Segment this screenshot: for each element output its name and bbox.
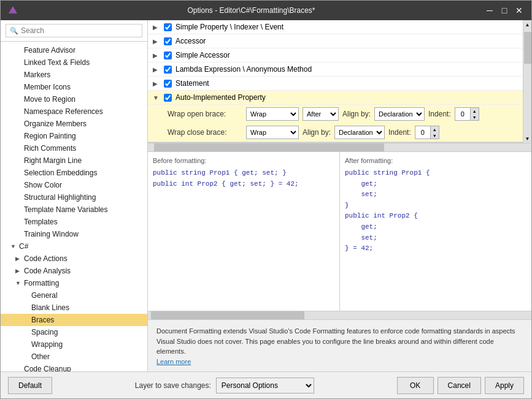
align-select[interactable]: Declaration — [374, 107, 425, 121]
tree-item[interactable]: Code Cleanup — [1, 363, 147, 371]
tree-item-label: Organize Members — [24, 120, 87, 128]
tree-item-label: Blank Lines — [31, 303, 69, 312]
tree-item[interactable]: Rich Comments — [1, 142, 147, 154]
layer-select[interactable]: Personal OptionsTeam SharedSolution — [216, 378, 314, 393]
tree-item[interactable]: Template Name Variables — [1, 203, 147, 216]
spin-up-button[interactable]: ▲ — [470, 108, 479, 114]
tree-item[interactable]: Wrapping — [1, 338, 147, 351]
tree-item[interactable]: ▼Formatting — [1, 277, 147, 289]
option-label: Simple Accessor — [175, 51, 518, 59]
indent-input[interactable] — [455, 108, 470, 120]
scroll-thumb — [524, 32, 531, 64]
expand-arrow[interactable]: ▶ — [153, 24, 160, 31]
align-label: Align by: — [303, 128, 331, 137]
preview-after: After formatting: public string Prop1 { … — [340, 152, 531, 311]
maximize-button[interactable]: □ — [498, 5, 511, 16]
window-controls: ─ □ ✕ — [484, 5, 525, 16]
tree-item[interactable]: Namespace References — [1, 105, 147, 118]
option-checkbox[interactable] — [164, 23, 172, 31]
tree-item[interactable]: Member Icons — [1, 81, 147, 93]
spin-down-button[interactable]: ▼ — [470, 114, 479, 120]
learn-more-link[interactable]: Learn more — [156, 358, 191, 365]
spin-down-button[interactable]: ▼ — [430, 132, 439, 139]
default-button[interactable]: Default — [8, 377, 52, 394]
option-checkbox[interactable] — [164, 66, 172, 74]
tree-item[interactable]: Markers — [1, 69, 147, 81]
before-title: Before formatting: — [153, 157, 334, 164]
tree-item[interactable]: ▶Code Analysis — [1, 265, 147, 277]
expand-icon: ▶ — [15, 268, 21, 274]
info-text: Document Formatting extends Visual Studi… — [156, 327, 515, 355]
indent-spinner: ▲▼ — [415, 126, 439, 139]
option-label: Lambda Expression \ Anonymous Method — [175, 65, 518, 74]
option-row: ▶Simple Accessor — [148, 48, 523, 63]
align-select[interactable]: Declaration — [334, 126, 385, 139]
search-icon: 🔍 — [10, 27, 18, 35]
after-select[interactable]: AfterBefore — [303, 107, 339, 121]
option-row: ▶Lambda Expression \ Anonymous Method — [148, 63, 523, 77]
after-title: After formatting: — [345, 157, 526, 164]
tree-item[interactable]: Other — [1, 351, 147, 363]
tree-item[interactable]: Selection Embeddings — [1, 167, 147, 179]
preview-hscroll-thumb — [151, 311, 304, 319]
expand-arrow[interactable]: ▶ — [153, 38, 160, 45]
bottom-bar: Default Layer to save changes: Personal … — [1, 371, 531, 398]
expand-icon: ▶ — [15, 256, 21, 262]
scroll-up-button[interactable]: ▲ — [523, 20, 532, 29]
indent-input[interactable] — [415, 126, 430, 139]
tree-item[interactable]: Blank Lines — [1, 302, 147, 314]
expand-arrow[interactable]: ▼ — [153, 94, 160, 101]
tree-item-label: C# — [19, 242, 28, 251]
option-row: ▶Simple Property \ Indexer \ Event — [148, 20, 523, 34]
expand-icon: ▼ — [10, 243, 17, 249]
option-checkbox[interactable] — [164, 37, 172, 45]
close-button[interactable]: ✕ — [513, 5, 525, 16]
tree-item[interactable]: Right Margin Line — [1, 154, 147, 167]
preview-before: Before formatting: public string Prop1 {… — [148, 152, 340, 311]
tree-item[interactable]: Training Window — [1, 228, 147, 240]
option-checkbox[interactable] — [164, 94, 172, 102]
options-vscroll: ▲ ▼ — [523, 20, 531, 143]
tree-item-label: Template Name Variables — [24, 205, 108, 214]
tree-item-label: Code Analysis — [24, 267, 71, 275]
expand-arrow[interactable]: ▶ — [153, 66, 160, 73]
left-panel: 🔍 Feature AdvisorLinked Text & FieldsMar… — [1, 20, 148, 371]
wrap-select[interactable]: WrapDo not wrap — [246, 107, 299, 121]
expand-arrow[interactable]: ▶ — [153, 80, 160, 87]
tree-item-label: Rich Comments — [24, 144, 76, 153]
tree-item[interactable]: ▼C# — [1, 240, 147, 253]
tree-item[interactable]: Feature Advisor — [1, 44, 147, 56]
tree-item[interactable]: Organize Members — [1, 118, 147, 130]
tree-item[interactable]: Show Color — [1, 179, 147, 191]
tree-item[interactable]: Braces — [1, 314, 147, 326]
option-checkbox[interactable] — [164, 80, 172, 88]
cancel-button[interactable]: Cancel — [438, 377, 481, 394]
tree-item[interactable]: Region Painting — [1, 130, 147, 142]
scroll-track — [523, 29, 532, 134]
search-input[interactable] — [21, 26, 138, 35]
apply-button[interactable]: Apply — [485, 377, 524, 394]
tree-item-label: Code Cleanup — [24, 365, 71, 371]
tree-item[interactable]: Structural Highlighting — [1, 191, 147, 203]
tree-item-label: Region Painting — [24, 132, 76, 140]
minimize-button[interactable]: ─ — [484, 5, 496, 16]
tree-item[interactable]: Move to Region — [1, 93, 147, 105]
sub-option-row: Wrap close brace:WrapDo not wrapAlign by… — [148, 123, 523, 142]
tree-item[interactable]: Spacing — [1, 326, 147, 338]
options-area: ▶Simple Property \ Indexer \ Event▶Acces… — [148, 20, 531, 371]
tree-item[interactable]: ▶Code Actions — [1, 253, 147, 265]
tree-item[interactable]: Linked Text & Fields — [1, 56, 147, 69]
tree-item[interactable]: General — [1, 289, 147, 302]
main-content: 🔍 Feature AdvisorLinked Text & FieldsMar… — [1, 20, 531, 371]
spin-up-button[interactable]: ▲ — [430, 126, 439, 132]
wrap-select[interactable]: WrapDo not wrap — [246, 126, 299, 139]
expand-arrow[interactable]: ▶ — [153, 52, 160, 59]
tree-item-label: Code Actions — [24, 254, 67, 263]
option-checkbox[interactable] — [164, 51, 172, 59]
option-row: ▶Accessor — [148, 34, 523, 48]
scroll-down-button[interactable]: ▼ — [523, 134, 532, 143]
tree-item-label: Other — [31, 352, 50, 361]
info-area: Document Formatting extends Visual Studi… — [148, 319, 531, 371]
tree-item[interactable]: Templates — [1, 216, 147, 228]
ok-button[interactable]: OK — [397, 377, 434, 394]
